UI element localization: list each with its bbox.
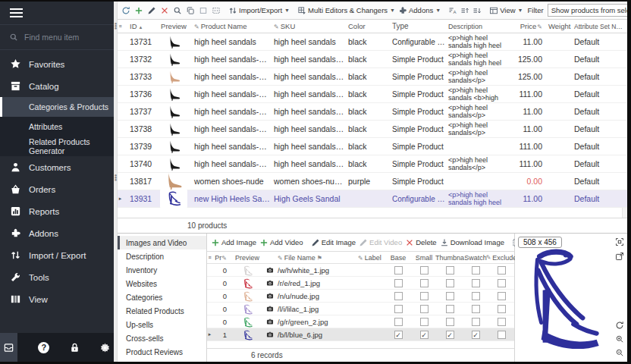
column-sku[interactable]: ✎SKU (272, 22, 347, 30)
paste-special-button[interactable] (210, 5, 222, 16)
base-checkbox[interactable] (385, 266, 411, 275)
product-row-13733[interactable]: 13733high heel sandals-nudehigh heel san… (118, 68, 627, 86)
small-checkbox[interactable] (411, 279, 437, 287)
tab-cross-sells[interactable]: Cross-sells (118, 331, 206, 345)
small-checkbox[interactable] (411, 266, 437, 275)
filter-select[interactable]: Show products from selected categories ▼ (548, 4, 631, 17)
tab-categories[interactable]: Categories (118, 290, 206, 304)
column-price[interactable]: Price✎ (513, 22, 547, 30)
sidebar-item-reports[interactable]: Reports (0, 200, 114, 222)
move-up-icon[interactable] (459, 5, 471, 16)
image-row-l-i-lilac-1-jpg[interactable]: 0/l/i/lilac_1.jpg (207, 303, 514, 315)
sidebar-item-import-export[interactable]: Import / Export (0, 244, 114, 266)
column-priority[interactable]: Pr✎ (212, 254, 232, 262)
tab-inventory[interactable]: Inventory (118, 263, 206, 277)
small-checkbox[interactable] (411, 305, 437, 313)
product-row-13739[interactable]: 13739high heel sandals-nude-37high heel … (118, 138, 627, 155)
column-swatch[interactable]: Swatch (463, 254, 488, 262)
sidebar-item-attributes[interactable]: Attributes (0, 117, 114, 136)
swatch-checkbox[interactable] (463, 279, 488, 287)
thumbnail-checkbox[interactable] (437, 266, 463, 275)
image-row-w-h-white-1-jpg[interactable]: 0/w/h/white_1.jpg (207, 264, 514, 277)
column-image-preview[interactable]: Preview (232, 254, 262, 262)
sidebar-item-categories-products[interactable]: Categories & Products (0, 97, 114, 117)
sidebar-item-customers[interactable]: Customers (0, 156, 114, 178)
product-row-13740[interactable]: 13740high heel sandals-black-38high heel… (118, 155, 627, 173)
column-base[interactable]: Base (385, 254, 411, 262)
column-type[interactable]: Type (391, 22, 447, 30)
move-down-icon[interactable] (471, 5, 483, 16)
exclude-checkbox[interactable] (488, 331, 514, 339)
product-row-13738[interactable]: 13738high heel sandals-black-37high heel… (118, 121, 627, 138)
drawer-icon[interactable] (0, 333, 17, 362)
product-row-13732[interactable]: 13732high heel sandals-blackhigh heel sa… (118, 51, 627, 68)
grid-vertical-scrollbar[interactable] (622, 208, 627, 218)
sidebar-search[interactable]: Find menu item (0, 24, 114, 50)
add-button[interactable] (133, 5, 145, 16)
thumbnail-checkbox[interactable] (437, 318, 463, 326)
multi-editors-button[interactable]: Multi Editors & Changers▼ (296, 5, 397, 16)
swatch-checkbox[interactable] (463, 318, 488, 326)
sidebar-item-addons[interactable]: Addons (0, 222, 114, 244)
product-row-13817[interactable]: 13817women shoes-nudewomen shoes-nude-2p… (118, 173, 627, 190)
swatch-checkbox[interactable] (463, 305, 488, 313)
column-color[interactable]: Color (347, 22, 391, 30)
sidebar-item-view[interactable]: View (0, 288, 114, 310)
image-row-n-u-nude-jpg[interactable]: 0/n/u/nude.jpg (207, 290, 514, 303)
sidebar-item-related-products-generator[interactable]: Related Products Generator (0, 136, 114, 156)
edit-button[interactable] (146, 5, 158, 16)
download-image-button[interactable]: Download Image (438, 237, 506, 248)
column-product-name[interactable]: ✎Product Name (193, 22, 272, 30)
exclude-checkbox[interactable] (488, 305, 514, 313)
column-small[interactable]: Small (411, 254, 437, 262)
gear-icon[interactable] (97, 333, 115, 362)
product-row-13737[interactable]: 13737high heel sandals-nude-36high heel … (118, 103, 627, 121)
delete-button[interactable]: Delete (403, 237, 438, 248)
exclude-checkbox[interactable] (488, 279, 514, 287)
edit-image-button[interactable]: Edit Image (309, 237, 357, 248)
swatch-checkbox[interactable] (463, 292, 488, 300)
fullscreen-icon[interactable] (615, 237, 624, 246)
lock-icon[interactable] (66, 333, 83, 362)
sidebar-item-catalog[interactable]: Catalog (0, 75, 114, 97)
select-box-button[interactable] (197, 5, 209, 16)
thumbnail-checkbox[interactable] (437, 292, 463, 300)
sidebar-item-favorites[interactable]: Favorites (0, 53, 114, 75)
column-file-name[interactable]: ✎File Name⚑ (278, 254, 358, 262)
sort-icon[interactable]: A (447, 5, 459, 16)
tab-related-products[interactable]: Related Products (118, 304, 206, 318)
column-label[interactable]: ✎Label (358, 254, 385, 262)
base-checkbox[interactable] (385, 292, 411, 300)
open-external-icon[interactable] (615, 252, 624, 261)
thumbnail-checkbox[interactable] (437, 279, 463, 287)
image-row-r-e-red-1-jpg[interactable]: 0/r/e/red_1.jpg (207, 277, 514, 290)
image-row-g-r-green-2-jpg[interactable]: 0/g/r/green_2.jpg (207, 315, 514, 328)
small-checkbox[interactable]: ✓ (411, 331, 437, 339)
base-checkbox[interactable] (385, 318, 411, 326)
help-icon[interactable]: ? (36, 333, 53, 362)
small-checkbox[interactable] (411, 292, 437, 300)
tab-product-reviews[interactable]: Product Reviews (118, 345, 206, 359)
column-description[interactable]: Description (447, 23, 513, 30)
swatch-checkbox[interactable] (463, 266, 488, 275)
product-row-13931[interactable]: ▸13931new High Heels SandalsHigh Geels S… (118, 190, 627, 208)
thumbnail-checkbox[interactable] (437, 305, 463, 313)
copy-button[interactable] (184, 5, 196, 16)
sidebar-item-tools[interactable]: Tools (0, 266, 114, 288)
product-row-13736[interactable]: 13736high heel sandals-black-36high heel… (118, 86, 627, 103)
exclude-checkbox[interactable] (488, 266, 514, 275)
delete-button[interactable] (159, 5, 171, 16)
column-thumbnail[interactable]: Thumbna (437, 254, 463, 262)
sidebar-item-orders[interactable]: Orders (0, 178, 114, 200)
base-checkbox[interactable] (385, 279, 411, 287)
addons-button[interactable]: Addons▼ (397, 5, 442, 16)
tab-description[interactable]: Description (118, 249, 206, 263)
thumbnail-checkbox[interactable]: ✓ (437, 331, 463, 339)
column-id[interactable]: ID▲ (123, 22, 155, 30)
exclude-checkbox[interactable] (488, 292, 514, 300)
rotate-icon[interactable] (615, 321, 624, 330)
import-export-button[interactable]: Import/Export▼ (227, 5, 291, 16)
zoom-out-icon[interactable] (615, 348, 624, 357)
tab-images-and-video[interactable]: Images and Video (118, 236, 206, 249)
base-checkbox[interactable]: ✓ (385, 331, 411, 339)
